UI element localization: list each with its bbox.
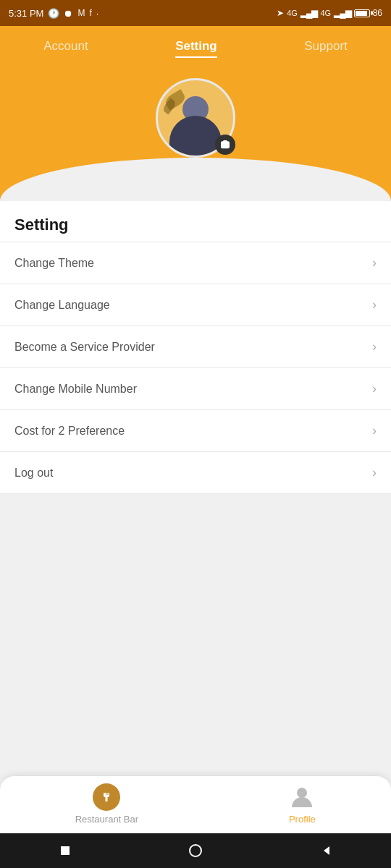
svg-marker-4 bbox=[324, 846, 329, 855]
menu-item-logout[interactable]: Log out › bbox=[0, 452, 391, 494]
nav-item-profile[interactable]: Profile bbox=[288, 783, 316, 825]
status-left: 5:31 PM 🕐 ⏺ M f · bbox=[9, 8, 98, 19]
menu-label-logout: Log out bbox=[14, 467, 53, 480]
system-nav-bar bbox=[0, 833, 391, 868]
chevron-icon-3: › bbox=[372, 381, 377, 396]
chevron-icon-1: › bbox=[372, 297, 377, 312]
menu-label-change-language: Change Language bbox=[14, 299, 110, 312]
nav-label-restaurant-bar: Restaurant Bar bbox=[75, 814, 138, 825]
profile-person-icon bbox=[288, 783, 316, 811]
restaurant-bar-thumb bbox=[93, 783, 120, 811]
chevron-icon-2: › bbox=[372, 339, 377, 354]
chevron-icon-0: › bbox=[372, 255, 377, 271]
person-body bbox=[169, 116, 222, 156]
alarm-icon: 🕐 bbox=[48, 8, 59, 19]
sys-nav-circle[interactable] bbox=[187, 842, 204, 859]
signal-icon-2: 4G bbox=[320, 9, 331, 17]
section-title: Setting bbox=[0, 201, 391, 242]
menu-item-change-mobile[interactable]: Change Mobile Number › bbox=[0, 368, 391, 410]
svg-point-1 bbox=[297, 788, 307, 798]
battery-icon bbox=[354, 9, 370, 17]
facebook-icon: f bbox=[89, 8, 91, 18]
bottom-nav: Restaurant Bar Profile bbox=[0, 775, 391, 833]
menu-label-change-mobile: Change Mobile Number bbox=[14, 383, 137, 396]
tab-support[interactable]: Support bbox=[304, 36, 348, 58]
empty-area bbox=[0, 494, 391, 639]
signal-icon-1: 4G bbox=[287, 9, 298, 17]
menu-item-change-theme[interactable]: Change Theme › bbox=[0, 242, 391, 284]
nav-item-restaurant-bar[interactable]: Restaurant Bar bbox=[75, 783, 138, 825]
tab-setting[interactable]: Setting bbox=[175, 36, 217, 58]
avatar-section bbox=[0, 71, 391, 201]
menu-label-become-provider: Become a Service Provider bbox=[14, 341, 155, 354]
dot-icon: · bbox=[96, 8, 99, 19]
menu-label-change-theme: Change Theme bbox=[14, 257, 94, 270]
sys-nav-square[interactable] bbox=[56, 842, 74, 859]
chevron-icon-4: › bbox=[372, 423, 377, 438]
sys-nav-back[interactable] bbox=[317, 842, 335, 859]
back-nav-icon bbox=[319, 844, 332, 857]
camera-button[interactable] bbox=[215, 135, 235, 155]
record-icon: ⏺ bbox=[64, 8, 73, 19]
status-bar: 5:31 PM 🕐 ⏺ M f · ➤ 4G ▂▄▆ 4G ▂▄▆ 86 bbox=[0, 0, 391, 26]
status-right: ➤ 4G ▂▄▆ 4G ▂▄▆ 86 bbox=[277, 8, 382, 18]
nav-profile-icon-wrapper bbox=[288, 783, 316, 811]
signal-bars-2: ▂▄▆ bbox=[334, 8, 351, 18]
menu-item-become-provider[interactable]: Become a Service Provider › bbox=[0, 326, 391, 368]
menu-item-cost-preference[interactable]: Cost for 2 Preference › bbox=[0, 410, 391, 452]
header-tabs: Account Setting Support bbox=[0, 26, 391, 71]
avatar-wrapper bbox=[156, 78, 235, 158]
menu-label-cost-preference: Cost for 2 Preference bbox=[14, 425, 125, 438]
nav-label-profile: Profile bbox=[289, 814, 316, 825]
location-icon: ➤ bbox=[277, 8, 284, 18]
main-content: Setting Change Theme › Change Language ›… bbox=[0, 201, 391, 494]
circle-nav-icon bbox=[188, 843, 203, 858]
svg-rect-2 bbox=[61, 846, 70, 855]
status-time: 5:31 PM bbox=[9, 8, 43, 19]
battery-percent: 86 bbox=[373, 8, 382, 18]
svg-point-3 bbox=[190, 845, 201, 856]
square-nav-icon bbox=[59, 844, 72, 857]
signal-bars-1: ▂▄▆ bbox=[300, 8, 318, 18]
tab-account[interactable]: Account bbox=[43, 36, 88, 58]
chevron-icon-5: › bbox=[372, 465, 377, 480]
restaurant-icon bbox=[98, 788, 115, 806]
menu-list: Change Theme › Change Language › Become … bbox=[0, 242, 391, 494]
camera-icon bbox=[219, 139, 231, 150]
gmail-icon: M bbox=[77, 8, 85, 18]
menu-item-change-language[interactable]: Change Language › bbox=[0, 284, 391, 326]
